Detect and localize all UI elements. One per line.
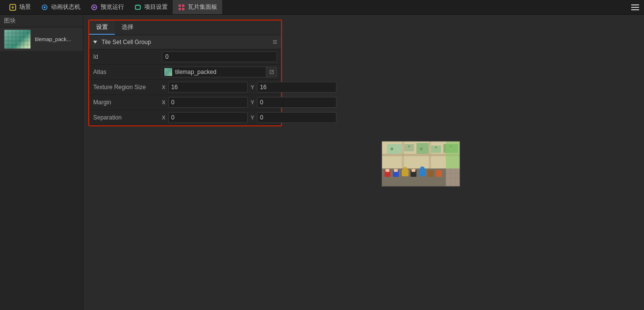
- texture-region-size-y-label: Y: [251, 84, 256, 90]
- tileset-icon: [178, 3, 185, 11]
- menubar-item-project[interactable]: 项目设置: [129, 0, 173, 14]
- property-row-separation: Separation X Y: [89, 110, 281, 125]
- margin-x-field: X: [162, 97, 248, 108]
- texture-region-size-x-input[interactable]: [168, 82, 248, 93]
- atlas-open-button[interactable]: [266, 67, 277, 77]
- section-title: Tile Set Cell Group: [102, 39, 151, 46]
- atlas-label: Atlas: [93, 69, 162, 75]
- settings-tabs: 设置 选择: [89, 21, 281, 35]
- separation-x-input[interactable]: [168, 112, 248, 123]
- section-menu-icon[interactable]: ≡: [273, 38, 277, 47]
- texture-region-size-label: Texture Region Size: [93, 84, 162, 91]
- svg-point-23: [435, 146, 437, 148]
- margin-y-label: Y: [251, 99, 256, 105]
- svg-marker-4: [94, 6, 96, 8]
- svg-rect-30: [394, 169, 398, 172]
- menubar-tileset-label: 瓦片集面板: [188, 3, 217, 11]
- left-panel-title: 图块: [0, 15, 83, 27]
- svg-rect-9: [182, 8, 184, 10]
- section-header: Tile Set Cell Group ≡: [89, 35, 281, 49]
- margin-inputs: X Y: [162, 97, 336, 108]
- atlas-field: tilemap_packed: [162, 67, 277, 77]
- separation-label: Separation: [93, 114, 162, 121]
- menubar-item-anim[interactable]: 动画状态机: [36, 0, 85, 14]
- svg-rect-25: [446, 142, 460, 168]
- section-collapse-icon[interactable]: [93, 41, 97, 44]
- anim-icon: [41, 3, 49, 11]
- separation-x-field: X: [162, 112, 248, 123]
- svg-rect-28: [386, 169, 389, 172]
- scene-icon: [9, 3, 17, 11]
- svg-rect-12: [387, 144, 402, 154]
- hamburger-menu-button[interactable]: [630, 2, 640, 12]
- separation-inputs: X Y: [162, 112, 336, 123]
- menubar-anim-label: 动画状态机: [51, 3, 80, 11]
- margin-x-label: X: [162, 99, 167, 105]
- texture-region-size-inputs: X Y: [162, 82, 336, 93]
- svg-rect-8: [179, 8, 181, 10]
- id-input[interactable]: [162, 51, 277, 62]
- separation-y-label: Y: [251, 115, 256, 120]
- svg-point-36: [420, 167, 425, 171]
- margin-y-field: Y: [251, 97, 336, 108]
- svg-rect-18: [402, 142, 404, 168]
- tab-select[interactable]: 选择: [115, 21, 140, 35]
- margin-label: Margin: [93, 99, 162, 106]
- atlas-value-container: tilemap_packed: [162, 67, 277, 77]
- svg-point-20: [390, 147, 393, 150]
- menubar-item-tileset[interactable]: 瓦片集面板: [173, 0, 222, 14]
- section-header-left: Tile Set Cell Group: [93, 39, 151, 46]
- atlas-thumbnail-icon: [164, 68, 172, 76]
- margin-y-input[interactable]: [257, 97, 336, 108]
- menubar-item-scene[interactable]: 场景: [4, 0, 36, 14]
- menubar-preview-label: 预览运行: [101, 3, 124, 11]
- texture-region-size-x-label: X: [162, 84, 167, 90]
- separation-y-input[interactable]: [257, 112, 336, 123]
- svg-rect-38: [436, 170, 442, 177]
- svg-rect-37: [428, 170, 434, 177]
- svg-rect-34: [412, 169, 415, 172]
- menubar-item-preview[interactable]: 预览运行: [85, 0, 129, 14]
- property-row-texture-region-size: Texture Region Size X Y: [89, 80, 281, 95]
- svg-rect-13: [404, 144, 414, 151]
- svg-point-2: [44, 6, 46, 8]
- atlas-name-text: tilemap_packed: [174, 69, 266, 75]
- id-value-container: [162, 51, 277, 62]
- texture-region-size-y-input[interactable]: [257, 82, 336, 93]
- svg-rect-19: [429, 142, 431, 168]
- tileset-thumbnail: [4, 29, 31, 49]
- svg-point-32: [403, 167, 408, 172]
- svg-rect-39: [446, 168, 460, 187]
- svg-rect-6: [179, 4, 181, 7]
- open-external-icon: [269, 69, 275, 75]
- tileset-item-name: tilemap_pack...: [35, 36, 71, 42]
- property-row-margin: Margin X Y: [89, 95, 281, 110]
- svg-rect-7: [182, 4, 184, 7]
- menubar-scene-label: 场景: [19, 3, 31, 11]
- separation-x-label: X: [162, 115, 167, 120]
- texture-region-size-x-field: X: [162, 82, 248, 93]
- tab-setup[interactable]: 设置: [89, 21, 115, 35]
- texture-region-size-y-field: Y: [251, 82, 336, 93]
- project-icon: [134, 3, 142, 11]
- property-row-atlas: Atlas tilemap_packed: [89, 65, 281, 80]
- main-content: 设置 选择 Tile Set Cell Group ≡ Id Atlas: [83, 15, 644, 310]
- menubar-project-label: 项目设置: [144, 3, 168, 11]
- property-row-id: Id: [89, 49, 281, 65]
- settings-panel: 设置 选择 Tile Set Cell Group ≡ Id Atlas: [88, 20, 282, 126]
- tileset-list-item[interactable]: tilemap_pack...: [0, 27, 83, 51]
- separation-y-field: Y: [251, 112, 336, 123]
- svg-point-21: [408, 145, 410, 147]
- svg-rect-5: [135, 5, 140, 9]
- menubar: 场景 动画状态机 预览运行 项目设置 瓦片集面板: [0, 0, 644, 15]
- margin-x-input[interactable]: [168, 97, 248, 108]
- svg-point-22: [420, 147, 423, 150]
- preview-icon: [90, 3, 98, 11]
- tilemap-preview-svg: [382, 142, 460, 187]
- left-panel: 图块 tilemap_pack...: [0, 15, 83, 310]
- tilemap-preview: [382, 141, 460, 187]
- id-label: Id: [93, 53, 162, 60]
